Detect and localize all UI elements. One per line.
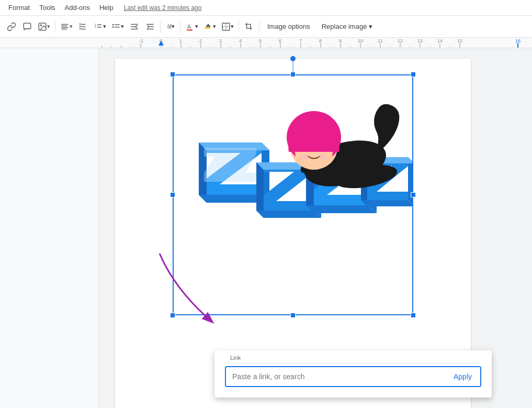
- borders-button[interactable]: ▾: [219, 19, 236, 35]
- svg-marker-96: [256, 211, 321, 218]
- separator-5: [259, 21, 259, 32]
- separator-1: [55, 21, 55, 32]
- separator-3: [180, 21, 181, 32]
- language-button[interactable]: अ ▾: [163, 19, 178, 35]
- svg-text:1: 1: [179, 38, 182, 43]
- bulleted-list-button[interactable]: ▾: [109, 19, 126, 35]
- link-input[interactable]: [226, 367, 445, 386]
- selected-image-container[interactable]: [173, 74, 413, 315]
- svg-rect-12: [97, 24, 101, 25]
- insert-comment-button[interactable]: [20, 19, 35, 35]
- menu-format[interactable]: Format: [4, 3, 34, 13]
- resize-handle-top-right[interactable]: [411, 72, 416, 77]
- svg-rect-26: [205, 27, 210, 28]
- page-wrapper: Link Apply: [99, 48, 532, 408]
- toolbar: ▾ ▾ 1.2. ▾ ▾ अ ▾ A ▾: [0, 16, 532, 38]
- menu-add-ons[interactable]: Add-ons: [61, 3, 94, 13]
- svg-rect-7: [81, 24, 86, 25]
- svg-rect-25: [187, 29, 193, 30]
- link-field-wrapper: Apply: [225, 366, 481, 387]
- svg-text:2.: 2.: [95, 25, 97, 28]
- svg-rect-8: [81, 26, 86, 27]
- text-color-button[interactable]: A ▾: [184, 19, 200, 35]
- menu-help[interactable]: Help: [95, 3, 118, 13]
- svg-rect-5: [61, 27, 69, 28]
- svg-point-15: [112, 26, 114, 28]
- resize-handle-bottom-right[interactable]: [411, 313, 416, 318]
- svg-text:3: 3: [219, 38, 222, 43]
- svg-rect-3: [61, 24, 69, 25]
- rotation-handle-line: [293, 61, 293, 72]
- decrease-indent-button[interactable]: [127, 19, 142, 35]
- last-edit-text: Last edit was 2 minutes ago: [124, 4, 202, 12]
- ruler: -1 0 1 2 3 4 5 6 7 8 9 10 11 12 13 14 15: [0, 38, 532, 48]
- svg-text:A: A: [187, 23, 191, 29]
- svg-text:15: 15: [457, 38, 462, 43]
- document-area: Link Apply: [0, 48, 532, 408]
- svg-marker-104: [408, 157, 413, 206]
- image-options-button[interactable]: Image options: [262, 19, 315, 35]
- svg-text:2: 2: [199, 38, 202, 43]
- insert-image-button[interactable]: ▾: [36, 19, 52, 35]
- separator-4: [239, 21, 239, 32]
- resize-handle-top-center[interactable]: [290, 72, 296, 77]
- svg-text:4: 4: [239, 38, 242, 43]
- svg-text:12: 12: [398, 38, 403, 43]
- svg-point-114: [319, 155, 327, 160]
- left-sidebar: [0, 48, 99, 408]
- svg-marker-101: [306, 205, 377, 213]
- svg-point-14: [112, 24, 114, 25]
- svg-text:13: 13: [417, 38, 423, 43]
- highlight-button[interactable]: ▾: [201, 19, 218, 35]
- svg-marker-91: [204, 148, 256, 182]
- svg-rect-17: [115, 27, 120, 28]
- increase-indent-button[interactable]: [143, 19, 157, 35]
- crop-button[interactable]: [242, 19, 256, 35]
- svg-text:6: 6: [279, 38, 281, 43]
- svg-text:8: 8: [319, 38, 322, 43]
- svg-rect-16: [115, 24, 120, 25]
- svg-text:9: 9: [339, 38, 342, 43]
- document-page: Link Apply: [115, 59, 471, 408]
- replace-image-button[interactable]: Replace image ▾: [316, 19, 378, 35]
- svg-marker-93: [256, 162, 264, 218]
- svg-text:14: 14: [437, 38, 443, 43]
- svg-text:10: 10: [358, 38, 363, 43]
- menu-tools[interactable]: Tools: [35, 3, 59, 13]
- resize-handle-top-left[interactable]: [170, 72, 175, 77]
- svg-text:-1: -1: [139, 38, 143, 43]
- svg-rect-9: [81, 28, 86, 29]
- svg-point-113: [300, 155, 309, 160]
- line-spacing-button[interactable]: [76, 19, 90, 35]
- menu-bar: Format Tools Add-ons Help Last edit was …: [0, 0, 532, 16]
- svg-rect-4: [61, 25, 67, 26]
- numbered-list-button[interactable]: 1.2. ▾: [92, 19, 108, 35]
- svg-marker-106: [361, 200, 413, 206]
- link-label: Link: [228, 355, 243, 361]
- resize-handle-bottom-center[interactable]: [290, 313, 296, 318]
- resize-handle-bottom-left[interactable]: [170, 313, 175, 318]
- resize-handle-middle-left[interactable]: [170, 192, 175, 197]
- apply-button[interactable]: Apply: [445, 367, 480, 386]
- svg-point-2: [40, 25, 41, 26]
- chevron-down-icon: ▾: [369, 23, 372, 30]
- link-popup: Link Apply: [214, 350, 492, 398]
- align-button[interactable]: ▾: [58, 19, 75, 35]
- insert-link-button[interactable]: [4, 19, 19, 35]
- svg-rect-6: [61, 28, 67, 29]
- resize-handle-middle-right[interactable]: [411, 192, 416, 197]
- svg-text:11: 11: [378, 38, 383, 43]
- svg-rect-0: [24, 23, 31, 29]
- bitmoji-image: [173, 74, 413, 315]
- separator-2: [160, 21, 161, 32]
- svg-text:5: 5: [259, 38, 262, 43]
- rotation-handle[interactable]: [290, 56, 296, 61]
- svg-rect-13: [97, 27, 101, 28]
- svg-text:16: 16: [515, 38, 520, 43]
- svg-text:7: 7: [299, 38, 302, 43]
